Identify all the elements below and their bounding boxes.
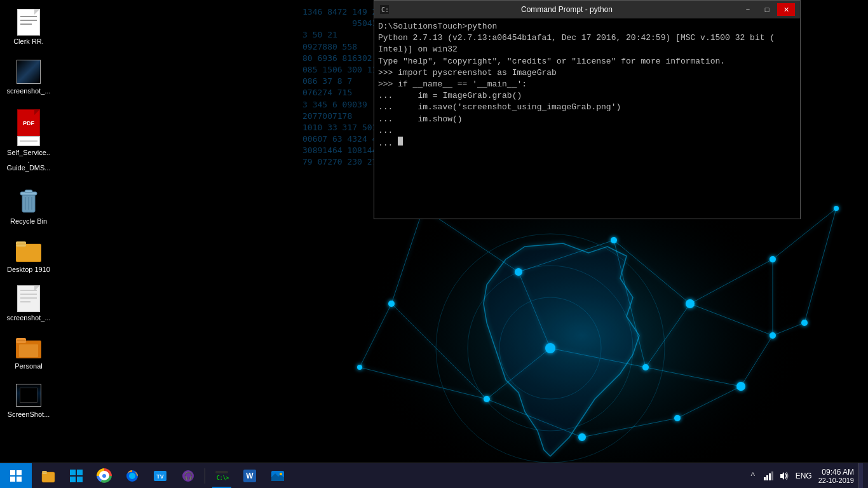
- svg-line-11: [582, 418, 677, 437]
- desktop-1910-icon: [16, 239, 41, 262]
- svg-point-36: [770, 332, 776, 339]
- svg-line-3: [614, 240, 690, 304]
- taskbar-firefox[interactable]: [118, 463, 146, 489]
- cmd-line-9: ... im.show(): [378, 114, 796, 125]
- svg-rect-63: [42, 471, 47, 474]
- svg-rect-79: [215, 471, 228, 473]
- tray-chevron[interactable]: ^: [747, 470, 759, 482]
- svg-line-10: [487, 399, 582, 437]
- svg-line-12: [677, 386, 741, 418]
- desktop-icon-personal[interactable]: Personal: [3, 331, 54, 373]
- network-icon[interactable]: [763, 470, 774, 482]
- desktop: 1346 8472 149 239 75 206 083 57 9504157 …: [0, 0, 868, 463]
- svg-line-6: [519, 272, 550, 348]
- self-services-icon: PDF: [17, 109, 40, 137]
- svg-rect-61: [17, 477, 22, 482]
- svg-point-39: [801, 320, 808, 326]
- taskbar-metro-app[interactable]: [62, 463, 90, 489]
- cmd-line-8: ... im.save('screenshot_using_imageGrab.…: [378, 102, 796, 113]
- svg-point-33: [578, 433, 586, 441]
- taskbar-teamviewer[interactable]: TV: [146, 463, 174, 489]
- svg-text:C:\>: C:\>: [217, 475, 229, 481]
- svg-point-41: [468, 266, 633, 431]
- recycle-bin-icon: [17, 189, 40, 215]
- cmd-minimize-button[interactable]: −: [739, 3, 757, 16]
- taskbar-word[interactable]: W: [236, 463, 264, 489]
- svg-line-16: [391, 208, 423, 304]
- svg-point-0: [360, 177, 804, 463]
- personal-icon: [16, 336, 41, 358]
- metro-icon: [69, 468, 84, 484]
- taskbar-time: 09:46 AM: [822, 468, 854, 477]
- taskbar-chrome[interactable]: [90, 463, 118, 489]
- cmd-buttons: − □ ✕: [739, 3, 795, 16]
- screenshot-top-label: screenshot_...: [6, 87, 50, 95]
- svg-line-13: [741, 336, 773, 386]
- personal-label: Personal: [15, 362, 42, 370]
- svg-line-22: [360, 304, 391, 367]
- cmd-line-5: >>> import pyscreenshot as ImageGrab: [378, 67, 796, 79]
- firefox-icon: [125, 468, 140, 484]
- cmd-line-10: ...: [378, 125, 796, 137]
- desktop-icon-screenshot-top[interactable]: screenshot_...: [3, 56, 54, 98]
- taskbar-headset[interactable]: 🎧: [174, 463, 202, 489]
- taskbar-clock[interactable]: 09:46 AM 22-10-2019: [818, 468, 854, 484]
- svg-line-21: [773, 323, 804, 336]
- desktop-icons: Clerk RR. screenshot_... PDF: [0, 0, 64, 463]
- volume-icon[interactable]: [778, 470, 789, 482]
- svg-line-2: [519, 240, 614, 272]
- svg-rect-85: [764, 477, 766, 480]
- desktop-icon-recycle-bin[interactable]: Recycle Bin: [3, 186, 54, 228]
- svg-rect-60: [10, 477, 15, 482]
- svg-point-28: [770, 256, 776, 262]
- cmd-line-11: ...: [378, 137, 796, 149]
- cmd-maximize-button[interactable]: □: [758, 3, 776, 16]
- cmd-body[interactable]: D:\SolutionsTouch>python Python 2.7.13 (…: [374, 18, 800, 219]
- svg-line-20: [804, 208, 836, 323]
- desktop-icon-screenshot-mid[interactable]: screenshot_...: [3, 283, 54, 325]
- clerk-rr-label: Clerk RR.: [13, 37, 44, 45]
- svg-point-26: [611, 237, 617, 243]
- svg-point-84: [280, 473, 282, 475]
- svg-point-35: [736, 382, 745, 391]
- svg-line-23: [360, 367, 487, 399]
- desktop-icon-desktop-1910[interactable]: Desktop 1910: [3, 234, 54, 276]
- cmd-close-button[interactable]: ✕: [777, 3, 795, 16]
- taskbar-divider: [205, 468, 205, 484]
- svg-rect-58: [10, 470, 15, 475]
- chrome-icon: [97, 468, 112, 484]
- svg-point-32: [484, 396, 490, 402]
- start-button[interactable]: [0, 463, 32, 489]
- svg-point-31: [642, 364, 649, 370]
- cmd-icon: C:\>: [214, 468, 229, 484]
- taskbar-file-explorer[interactable]: [34, 463, 62, 489]
- taskbar: TV 🎧 C:\> W: [0, 463, 868, 488]
- svg-line-7: [550, 348, 646, 367]
- svg-text:W: W: [246, 471, 254, 480]
- taskbar-photos[interactable]: [264, 463, 292, 489]
- screenshot-bottom-label: ScreenShot...: [8, 410, 50, 418]
- show-desktop-button[interactable]: [858, 463, 863, 489]
- language-indicator[interactable]: ENG: [793, 471, 815, 480]
- cmd-titlebar: C:\ Command Prompt - python − □ ✕: [374, 1, 800, 18]
- cmd-line-7: ... im = ImageGrab.grab(): [378, 90, 796, 102]
- svg-line-15: [646, 367, 741, 386]
- photos-icon: [270, 468, 285, 484]
- taskbar-cmd[interactable]: C:\>: [208, 463, 236, 489]
- desktop-icon-self-services[interactable]: PDF Self_Service...Guide_DMS...: [3, 107, 54, 175]
- screenshot-bottom-icon: [16, 384, 41, 407]
- screenshot-top-icon: [17, 60, 41, 84]
- svg-line-18: [614, 240, 646, 367]
- taskbar-date: 22-10-2019: [818, 477, 854, 484]
- desktop-icon-screenshot-bottom[interactable]: ScreenShot...: [3, 379, 54, 421]
- cmd-line-2: Python 2.7.13 (v2.7.13:a06454b1afa1, Dec…: [378, 32, 796, 44]
- svg-point-30: [545, 343, 555, 353]
- screenshot-mid-label: screenshot_...: [6, 314, 50, 322]
- desktop-icon-clerk-rr[interactable]: Clerk RR.: [3, 6, 54, 48]
- cmd-line-6: >>> if __name__ == '__main__':: [378, 79, 796, 90]
- svg-rect-87: [769, 473, 771, 480]
- cmd-line-4: Type "help", "copyright", "credits" or "…: [378, 56, 796, 67]
- headset-icon: 🎧: [180, 468, 196, 484]
- word-icon: W: [242, 468, 257, 484]
- svg-rect-55: [19, 344, 38, 357]
